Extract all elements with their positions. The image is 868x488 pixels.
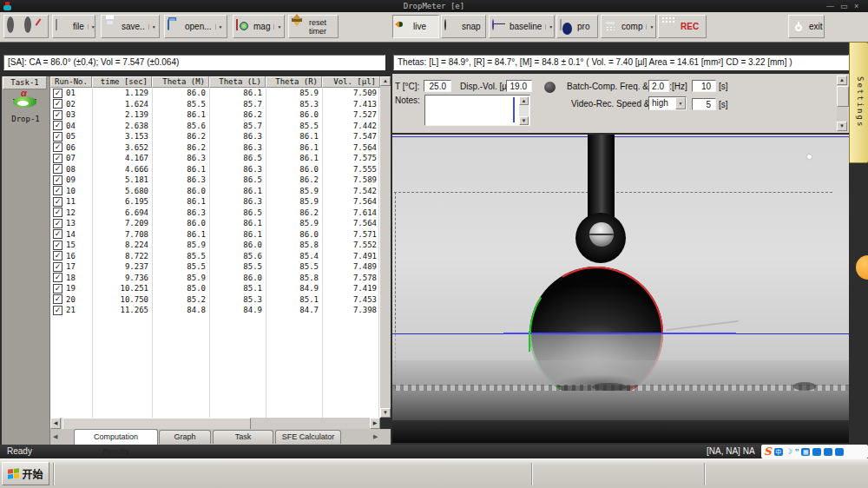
temp-input[interactable]	[424, 80, 451, 92]
chevron-down-icon[interactable]: ▼	[148, 24, 156, 30]
row-checkbox[interactable]: ✓	[53, 284, 62, 293]
table-row[interactable]: ✓021.62485.585.785.37.413	[50, 99, 380, 110]
disp-vol-input[interactable]	[506, 80, 532, 92]
col-theta-r[interactable]: Theta (R)	[266, 76, 322, 88]
table-row[interactable]: ✓2010.75085.285.385.17.453	[50, 294, 380, 306]
batch-time-input[interactable]	[692, 80, 716, 92]
tab-computation-results[interactable]: Computation Results	[74, 429, 158, 445]
table-row[interactable]: ✓147.70886.186.186.07.571	[50, 229, 380, 241]
wrench-icon[interactable]	[835, 448, 844, 456]
batch-freq-input[interactable]	[648, 80, 669, 92]
ime-mode-icon[interactable]: 中	[774, 448, 783, 456]
exit-button[interactable]: exit	[788, 15, 825, 38]
table-row[interactable]: ✓063.65286.286.386.17.564	[50, 142, 380, 154]
punctuation-icon[interactable]: ’’	[795, 447, 799, 456]
table-row[interactable]: ✓105.68086.086.185.97.542	[50, 186, 380, 197]
skin-icon[interactable]	[824, 448, 832, 456]
person-icon[interactable]	[812, 448, 821, 456]
table-row[interactable]: ✓189.73685.986.085.87.578	[50, 273, 380, 284]
chevron-down-icon[interactable]: ▼	[215, 24, 223, 30]
settings-vscrollbar[interactable]: ▲ ▼	[837, 76, 847, 131]
ime-language-bar[interactable]: S 中 ☽ ’’ ▦	[761, 445, 868, 458]
notes-textarea[interactable]: ▲ ▼	[424, 95, 530, 126]
drop-item-label[interactable]: Drop-1	[2, 115, 49, 123]
tab-scroll-left-icon[interactable]: ◀	[53, 433, 57, 440]
row-checkbox[interactable]: ✓	[53, 99, 62, 109]
row-checkbox[interactable]: ✓	[53, 294, 62, 304]
table-row[interactable]: ✓1910.25185.085.184.97.419	[50, 283, 380, 294]
table-row[interactable]: ✓126.69486.386.586.27.614	[50, 208, 380, 219]
row-checkbox[interactable]: ✓	[53, 273, 62, 282]
file-button[interactable]: file▼	[52, 15, 95, 38]
chevron-down-icon[interactable]: ▼	[273, 24, 281, 30]
row-checkbox[interactable]: ✓	[53, 197, 62, 207]
drop-item-icon[interactable]: α	[11, 91, 39, 114]
row-checkbox[interactable]: ✓	[53, 306, 62, 315]
live-button[interactable]: live	[392, 15, 439, 38]
open-button[interactable]: open...▼	[164, 15, 227, 38]
row-checkbox[interactable]: ✓	[53, 89, 62, 98]
row-checkbox[interactable]: ✓	[53, 262, 62, 272]
row-checkbox[interactable]: ✓	[53, 175, 62, 185]
row-checkbox[interactable]: ✓	[53, 251, 62, 260]
row-checkbox[interactable]: ✓	[53, 164, 62, 174]
table-row[interactable]: ✓168.72285.585.685.47.491	[50, 251, 380, 262]
row-checkbox[interactable]: ✓	[53, 132, 62, 142]
title-bar[interactable]: DropMeter [e] — ▭ ×	[0, 0, 868, 12]
row-checkbox[interactable]: ✓	[53, 208, 62, 217]
col-vol[interactable]: Vol. [µl]	[322, 76, 380, 88]
table-row[interactable]: ✓158.22485.986.085.87.552	[50, 240, 380, 251]
tab-graph-view[interactable]: Graph View	[159, 430, 211, 444]
table-row[interactable]: ✓095.18186.386.586.27.589	[50, 175, 380, 186]
chevron-down-icon[interactable]: ▼	[675, 97, 686, 109]
mag-button[interactable]: mag▼	[233, 15, 285, 38]
table-row[interactable]: ✓2111.26584.884.984.77.398	[50, 305, 380, 316]
table-row[interactable]: ✓032.13986.186.286.07.527	[50, 109, 380, 121]
row-checkbox[interactable]: ✓	[53, 121, 62, 130]
camera-view[interactable]	[392, 135, 849, 443]
row-checkbox[interactable]: ✓	[53, 154, 62, 163]
sogou-logo-icon[interactable]: S	[764, 445, 772, 458]
row-checkbox[interactable]: ✓	[53, 142, 62, 152]
table-hscrollbar[interactable]: ◀ ▶	[50, 418, 380, 429]
table-row[interactable]: ✓011.12986.086.185.97.509	[50, 88, 380, 99]
pro-button[interactable]: pro	[556, 15, 598, 38]
row-checkbox[interactable]: ✓	[53, 186, 62, 195]
table-row[interactable]: ✓137.20986.086.185.97.564	[50, 218, 380, 229]
row-checkbox[interactable]: ✓	[53, 110, 62, 120]
reset-timer-button[interactable]: reset timer	[288, 15, 339, 38]
tab-sfe-calculator[interactable]: SFE Calculator	[275, 430, 341, 444]
row-checkbox[interactable]: ✓	[53, 241, 62, 250]
baseline-button[interactable]: baseline▼	[489, 15, 555, 38]
keyboard-icon[interactable]: ▦	[801, 448, 810, 456]
table-row[interactable]: ✓116.19586.186.385.97.564	[50, 196, 380, 208]
table-row[interactable]: ✓084.66686.186.386.07.555	[50, 164, 380, 175]
col-time[interactable]: time [sec]	[92, 76, 152, 88]
drop-mode-buttons[interactable]	[3, 15, 49, 38]
save-button[interactable]: save..▼	[101, 15, 160, 38]
chevron-down-icon[interactable]: ▼	[646, 24, 654, 30]
chevron-down-icon[interactable]: ▼	[545, 24, 553, 30]
tab-task-overview[interactable]: Task Overview	[213, 430, 273, 444]
row-checkbox[interactable]: ✓	[53, 229, 62, 239]
minimize-button[interactable]: —	[826, 3, 834, 10]
table-vscrollbar[interactable]: ▲ ▼	[380, 76, 391, 418]
table-row[interactable]: ✓042.63885.685.785.57.442	[50, 121, 380, 132]
moon-icon[interactable]: ☽	[786, 447, 792, 456]
table-row[interactable]: ✓179.23785.585.585.57.489	[50, 261, 380, 273]
settings-side-tab[interactable]: Settings	[849, 42, 868, 163]
col-theta-l[interactable]: Theta (L)	[209, 76, 266, 88]
video-time-input[interactable]	[692, 98, 716, 110]
col-theta-m[interactable]: Theta (M)	[152, 76, 209, 88]
rec-button[interactable]: REC	[658, 15, 707, 38]
close-button[interactable]: ×	[854, 3, 858, 10]
col-run-no[interactable]: Run-No.	[50, 76, 92, 88]
table-row[interactable]: ✓074.16786.386.586.17.575	[50, 153, 380, 164]
speed-select[interactable]: high ▼	[648, 96, 687, 110]
table-header[interactable]: Run-No. time [sec] Theta (M) Theta (L) T…	[50, 76, 380, 88]
chevron-down-icon[interactable]: ▼	[88, 24, 95, 30]
table-row[interactable]: ✓053.15386.286.386.17.547	[50, 131, 380, 142]
comp-button[interactable]: comp▼	[601, 15, 656, 38]
start-button[interactable]: 开始	[2, 462, 49, 485]
row-checkbox[interactable]: ✓	[53, 219, 62, 228]
